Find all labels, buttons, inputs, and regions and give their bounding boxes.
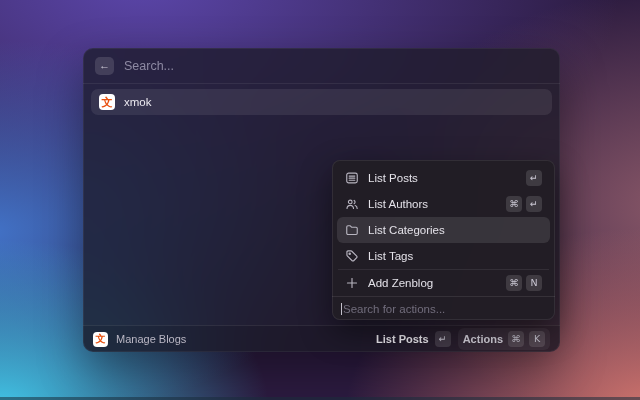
list-item-xmok[interactable]: 文 xmok (91, 89, 552, 115)
command-key: ⌘ (506, 196, 522, 212)
actions-search-placeholder: Search for actions... (343, 303, 445, 315)
action-item-list-categories[interactable]: List Categories (337, 217, 550, 243)
action-shortcut: ⌘ N (506, 275, 542, 291)
return-key: ↵ (435, 331, 451, 347)
actions-search-input[interactable]: Search for actions... (332, 296, 555, 320)
folder-icon (345, 223, 359, 237)
results-list: 文 xmok (83, 84, 560, 120)
action-label: List Posts (368, 172, 418, 184)
primary-action-button[interactable]: List Posts ↵ (376, 331, 451, 347)
actions-menu-button[interactable]: Actions ⌘ K (458, 328, 550, 350)
primary-action-label: List Posts (376, 333, 429, 345)
search-input[interactable]: Search... (124, 59, 174, 73)
footer-actions: List Posts ↵ Actions ⌘ K (376, 328, 550, 350)
footer-app-label: Manage Blogs (116, 333, 186, 345)
action-item-list-tags[interactable]: List Tags (337, 243, 550, 269)
action-label: List Categories (368, 224, 445, 236)
list-icon (345, 171, 359, 185)
actions-list: List Posts ↵ List Authors ⌘ (332, 160, 555, 296)
actions-panel: List Posts ↵ List Authors ⌘ (332, 160, 555, 320)
arrow-left-icon: ← (99, 60, 110, 71)
zenblog-icon: 文 (99, 94, 115, 110)
footer-app: 文 Manage Blogs (93, 332, 186, 347)
action-label: List Tags (368, 250, 413, 262)
command-key: ⌘ (506, 275, 522, 291)
desktop-background: ← Search... 文 xmok 文 Manage Blogs List P… (0, 0, 640, 400)
zenblog-icon: 文 (93, 332, 108, 347)
text-cursor (341, 303, 342, 315)
k-key: K (529, 331, 545, 347)
action-shortcut: ↵ (526, 170, 542, 186)
action-item-list-posts[interactable]: List Posts ↵ (337, 165, 550, 191)
n-key: N (526, 275, 542, 291)
action-label: Add Zenblog (368, 277, 433, 289)
return-key: ↵ (526, 196, 542, 212)
plus-icon (345, 276, 359, 290)
footer-bar: 文 Manage Blogs List Posts ↵ Actions ⌘ K (83, 325, 560, 352)
command-key: ⌘ (508, 331, 524, 347)
return-key: ↵ (526, 170, 542, 186)
action-shortcut: ⌘ ↵ (506, 196, 542, 212)
tag-icon (345, 249, 359, 263)
list-item-label: xmok (124, 96, 151, 108)
action-item-add-zenblog[interactable]: Add Zenblog ⌘ N (337, 270, 550, 296)
people-icon (345, 197, 359, 211)
search-bar: ← Search... (83, 48, 560, 84)
back-button[interactable]: ← (95, 57, 114, 75)
actions-menu-label: Actions (463, 333, 503, 345)
action-label: List Authors (368, 198, 428, 210)
action-item-list-authors[interactable]: List Authors ⌘ ↵ (337, 191, 550, 217)
